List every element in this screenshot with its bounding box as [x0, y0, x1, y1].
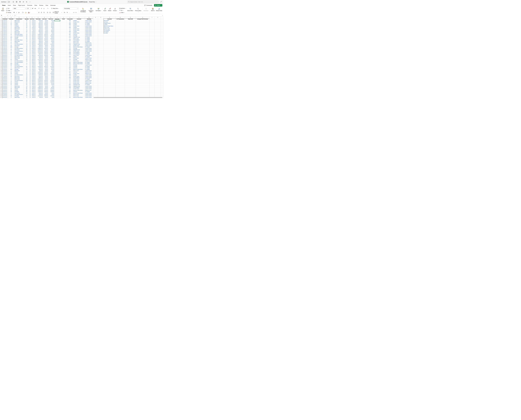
cell-L58[interactable]: The Dandelion [73, 98, 85, 98]
cell-P19[interactable] [104, 44, 116, 45]
insert-cells-button[interactable]: Insert [103, 7, 107, 14]
cell-Q40[interactable] [116, 73, 125, 74]
cell-pad5[interactable] [161, 24, 163, 25]
cell-R8[interactable] [125, 28, 136, 30]
cell-P52[interactable] [104, 90, 116, 91]
cell-E19[interactable]: $55.00 [30, 44, 35, 45]
cell-U44[interactable] [155, 78, 161, 80]
cell-B33[interactable]: 100 [8, 63, 15, 65]
row-header-51[interactable]: 51 [0, 88, 2, 90]
cell-C12[interactable]: Mozzarella cheese [15, 34, 24, 35]
cell-J20[interactable] [60, 45, 67, 46]
cell-T17[interactable] [149, 41, 155, 42]
row-header-30[interactable]: 30 [0, 59, 2, 60]
cell-U5[interactable] [155, 24, 161, 25]
cell-J42[interactable] [60, 76, 67, 77]
cell-P58[interactable] [104, 98, 116, 98]
cell-K12[interactable]: 557 [67, 34, 73, 35]
cell-B15[interactable]: 31 [8, 38, 15, 39]
cell-N52[interactable] [93, 90, 98, 91]
cell-N54[interactable] [93, 92, 98, 94]
cell-F18[interactable]: $180.00 [35, 42, 42, 44]
cell-R51[interactable] [125, 88, 136, 90]
cell-D33[interactable]: 14 [24, 63, 30, 65]
cell-B2[interactable]: 2 [8, 20, 15, 21]
cell-H29[interactable]: $384.00 [47, 58, 54, 59]
cell-F22[interactable]: $2,805.00 [35, 48, 42, 49]
cell-T56[interactable] [149, 95, 155, 97]
cell-U32[interactable] [155, 62, 161, 63]
cell-L2[interactable]: Laudisio [73, 20, 85, 21]
cell-pad10[interactable] [161, 31, 163, 32]
cell-Q29[interactable] [116, 58, 125, 59]
column-header-H[interactable]: H [47, 17, 54, 18]
cell-T38[interactable] [149, 70, 155, 71]
cell-N43[interactable] [93, 77, 98, 78]
row-header-38[interactable]: 38 [0, 70, 2, 71]
cell-T6[interactable] [149, 25, 155, 27]
title-chevron-icon[interactable] [96, 1, 96, 2]
column-header-J[interactable]: J [60, 17, 67, 18]
column-header-A[interactable]: A [2, 17, 8, 18]
cell-U12[interactable] [155, 34, 161, 35]
cell-B7[interactable]: 2 [8, 27, 15, 28]
row-header-29[interactable]: 29 [0, 58, 2, 59]
cell-B25[interactable]: 39 [8, 52, 15, 53]
cell-J45[interactable] [60, 80, 67, 81]
cell-H18[interactable]: $60.00 [47, 42, 54, 44]
name-box[interactable]: I2 [0, 14, 7, 16]
expand-formula-bar-button[interactable] [161, 15, 163, 16]
cell-J11[interactable] [60, 32, 67, 34]
orientation-button[interactable] [46, 8, 49, 9]
cell-J6[interactable] [60, 25, 67, 27]
cell-D27[interactable]: 74 [24, 55, 30, 56]
row-header-9[interactable]: 9 [0, 30, 2, 31]
cell-K8[interactable]: 14 [67, 28, 73, 30]
cell-A37[interactable]: 11-Feb-23 [2, 69, 8, 70]
cell-D53[interactable]: 56 [24, 91, 30, 92]
cell-K43[interactable]: 846 [67, 77, 73, 78]
cell-T49[interactable] [149, 85, 155, 87]
cell-N25[interactable] [93, 52, 98, 53]
cell-A44[interactable]: 19-Feb-23 [2, 78, 8, 80]
cell-A38[interactable]: 12-Feb-23 [2, 70, 8, 71]
cell-R11[interactable] [125, 32, 136, 34]
cell-K26[interactable]: 846 [67, 53, 73, 55]
cell-T42[interactable] [149, 76, 155, 77]
cell-U27[interactable] [155, 55, 161, 56]
cell-H37[interactable]: $304.00 [47, 69, 54, 70]
cell-G55[interactable]: $25.00 [42, 94, 47, 95]
cell-J33[interactable] [60, 63, 67, 65]
cell-C18[interactable]: Chicken [15, 42, 24, 44]
column-header-D[interactable]: D [24, 17, 30, 18]
cell-M49[interactable]: Loraine Schultz [85, 85, 93, 87]
cell-F8[interactable]: $60.00 [35, 28, 42, 30]
cancel-entry-button[interactable] [9, 15, 12, 16]
cell-D24[interactable]: 82 [24, 51, 30, 52]
cell-C26[interactable]: Mozzarella cheese [15, 53, 24, 55]
cell-pad6[interactable] [161, 25, 163, 27]
cell-O20[interactable] [98, 45, 104, 46]
cell-N45[interactable] [93, 80, 98, 81]
cell-G33[interactable]: $8.00 [42, 63, 47, 65]
cell-D34[interactable]: 7 [24, 65, 30, 66]
cell-S5[interactable] [136, 24, 149, 25]
cell-L51[interactable]: Smoke House [73, 88, 85, 90]
cell-Q1[interactable]: # of Transactions [116, 18, 125, 20]
cell-L47[interactable]: Smoke House [73, 83, 85, 84]
cell-U14[interactable] [155, 37, 161, 38]
cell-N14[interactable] [93, 37, 98, 38]
cell-S12[interactable] [136, 34, 149, 35]
cell-Q19[interactable] [116, 44, 125, 45]
cell-J29[interactable] [60, 58, 67, 59]
cell-H16[interactable]: $216.00 [47, 39, 54, 41]
cell-A31[interactable]: 07-Feb-23 [2, 60, 8, 62]
cell-A41[interactable]: 16-Feb-23 [2, 74, 8, 76]
cell-F30[interactable]: $2,124.00 [35, 59, 42, 60]
cell-I26[interactable] [54, 53, 60, 55]
cell-M45[interactable]: Loraine Schultz [85, 80, 93, 81]
cell-U21[interactable] [155, 46, 161, 48]
cell-F29[interactable]: $768.00 [35, 58, 42, 59]
cell-S19[interactable] [136, 44, 149, 45]
cell-K34[interactable]: 23 [67, 65, 73, 66]
